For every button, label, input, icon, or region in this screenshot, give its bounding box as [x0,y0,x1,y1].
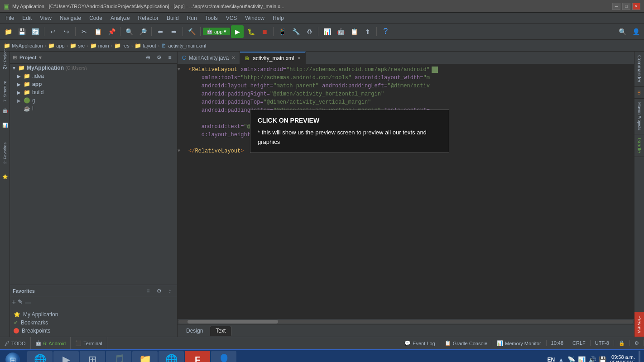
tab-design[interactable]: Design [180,326,209,336]
tree-item-partial[interactable]: ☕ l [10,105,177,113]
h-scroll-thumb[interactable] [187,320,278,324]
tree-app[interactable]: ▶ 📁 app [10,80,177,88]
minimize-button[interactable]: ─ [612,3,620,10]
status-memory-monitor[interactable]: 📊 Memory Monitor [492,340,546,346]
taskbar-clock[interactable]: 09:58 a.m. 05/19/2015 [610,354,635,362]
start-button[interactable]: ⊞ [0,350,25,362]
tab-mainactivity[interactable]: C MainActivity.java ✕ [178,52,240,64]
h-scrollbar[interactable] [178,319,634,324]
menu-help[interactable]: Help [269,14,288,22]
toolbar-sync2[interactable]: ♻ [303,25,316,38]
menu-code[interactable]: Code [86,14,106,22]
toolbar-avd[interactable]: 📱 [276,25,288,38]
bc-src[interactable]: 📁 src [70,43,85,49]
taskbar-lang[interactable]: EN [547,357,555,362]
toolbar-sdk[interactable]: 🔧 [289,25,302,38]
taskbar-expand-icon[interactable]: ▲ [558,357,564,362]
menu-run[interactable]: Run [183,14,201,22]
toolbar-back[interactable]: ↩ [47,25,59,38]
bc-main[interactable]: 📁 main [90,43,109,49]
status-event-log[interactable]: 💬 Event Log [400,340,440,346]
status-line-ending[interactable]: CRLF [568,340,591,346]
debug-button[interactable]: 🐛 [245,25,257,38]
toolbar-save[interactable]: 💾 [15,25,28,38]
status-gradle-console[interactable]: 📋 Gradle Console [440,340,492,346]
menu-window[interactable]: Window [241,14,268,22]
toolbar-help[interactable]: ? [379,25,392,38]
menu-vcs[interactable]: VCS [222,14,241,22]
menu-build[interactable]: Build [163,14,183,22]
toolbar-sync[interactable]: 🔄 [29,25,42,38]
fold-btn-1[interactable]: ▼ [178,66,185,74]
fav-item-myapplication[interactable]: ⭐ My Application [12,310,175,319]
left-panel-chart[interactable]: 📊 [0,120,10,129]
toolbar-copy[interactable]: 📋 [91,25,104,38]
menu-view[interactable]: View [36,14,55,22]
menu-edit[interactable]: Edit [19,14,35,22]
left-panel-favorites[interactable]: 2: Favorites [0,148,10,157]
stop-button[interactable]: ⏹ [258,25,271,38]
right-tab-maven[interactable]: m [634,87,644,99]
fav-item-breakpoints[interactable]: Breakpoints [12,327,175,335]
fold-btn-11[interactable]: ▼ [178,148,185,156]
taskbar-android[interactable]: 👤 [211,351,236,362]
status-extra2[interactable]: ⚙ [630,340,644,346]
taskbar-folder[interactable]: 📁 [132,351,158,362]
taskbar-show-desktop[interactable] [639,351,640,362]
fav-remove-btn[interactable]: ─ [25,298,31,308]
menu-refactor[interactable]: Refactor [135,14,162,22]
bc-res[interactable]: 📁 res [114,43,129,49]
tab-activity-main-close[interactable]: ✕ [297,56,301,61]
toolbar-open-folder[interactable]: 📁 [2,25,14,38]
right-tab-preview[interactable]: Preview [634,312,644,337]
code-editor[interactable]: CLICK ON PREVIEW * this will show us the… [178,64,634,319]
toolbar-search-back[interactable]: 🔍 [123,25,135,38]
left-panel-bookmark[interactable]: ⭐ [0,172,10,181]
fav-edit-btn[interactable]: ✎ [18,298,23,308]
favorites-expand-btn[interactable]: ↕ [165,286,174,295]
bc-file[interactable]: 🗎 activity_main.xml [161,43,206,49]
toolbar-nav-left[interactable]: ⬅ [154,25,167,38]
tree-gradle[interactable]: ▶ 🟢 g [10,96,177,105]
status-encoding[interactable]: UTF-8 [591,340,614,346]
menu-tools[interactable]: Tools [202,14,221,22]
toolbar-build-project[interactable]: 🔨 [185,25,198,38]
close-button[interactable]: ✕ [632,3,640,10]
tab-text[interactable]: Text [210,326,231,336]
status-extra1[interactable]: 🔒 [614,340,630,346]
run-config-selector[interactable]: 🤖 app ▾ [203,28,230,35]
taskbar-chrome[interactable]: 🌐 [159,351,184,362]
toolbar-user[interactable]: 👤 [630,25,642,38]
tab-activity-main-xml[interactable]: 🗎 activity_main.xml ✕ [240,52,305,64]
toolbar-forward[interactable]: ↪ [60,25,73,38]
right-tab-gradle[interactable]: Gradle [634,134,644,157]
bc-myapplication[interactable]: 📁 MyApplication [4,43,43,49]
taskbar-flash[interactable]: F [185,351,210,362]
menu-analyze[interactable]: Analyze [107,14,134,22]
tree-build[interactable]: ▶ 📁 build [10,88,177,96]
fav-add-btn[interactable]: + [12,298,16,308]
status-android[interactable]: 🤖 6: Android [31,337,71,349]
status-terminal[interactable]: ⬛ Terminal [71,337,107,349]
restore-button[interactable]: □ [622,3,630,10]
fav-item-bookmarks[interactable]: ✔ Bookmarks [12,319,175,327]
left-panel-1-project[interactable]: 1: Project [0,53,10,62]
toolbar-nav-right[interactable]: ➡ [168,25,180,38]
toolbar-android-monitor[interactable]: 🤖 [334,25,347,38]
menu-file[interactable]: File [2,14,18,22]
taskbar-media[interactable]: ▶ [53,351,79,362]
bc-app[interactable]: 📁 app [48,43,64,49]
taskbar-ie[interactable]: 🌐 [27,351,53,362]
project-settings-btn[interactable]: ⚙ [154,53,163,62]
right-tab-commander[interactable]: Commander [634,52,644,87]
toolbar-device-monitor[interactable]: 📊 [321,25,333,38]
run-button[interactable]: ▶ [231,25,244,38]
favorites-settings-btn[interactable]: ⚙ [154,286,163,295]
toolbar-paste[interactable]: 📌 [105,25,118,38]
toolbar-update[interactable]: ⬆ [361,25,374,38]
tree-root-myapplication[interactable]: ▼ 📁 MyApplication (C:\Users\ [10,64,177,72]
toolbar-logcat[interactable]: 📋 [348,25,360,38]
project-sort-btn[interactable]: ≡ [165,53,174,62]
project-locate-btn[interactable]: ⊕ [144,53,153,62]
left-panel-structure[interactable]: 7: Structure [0,87,10,96]
